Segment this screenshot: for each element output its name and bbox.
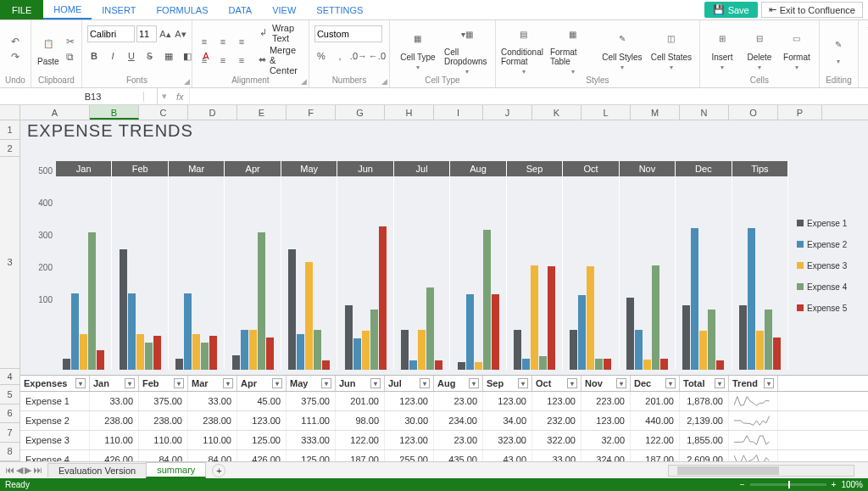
insert-cells-button[interactable]: ⊞Insert▾ [705,27,739,71]
cell[interactable]: 123.00 [237,411,287,430]
cell[interactable]: 84.00 [188,450,237,461]
col-header-F[interactable]: F [287,105,336,120]
cell[interactable]: 34.00 [483,411,532,430]
format-cells-button[interactable]: ▭Format▾ [780,27,814,71]
border-button[interactable]: ▦ [162,49,175,63]
cell[interactable]: 110.00 [139,431,188,449]
zoom-in-icon[interactable]: + [832,480,837,489]
col-header-K[interactable]: K [532,105,581,120]
filter-icon[interactable]: ▾ [272,378,282,388]
cell[interactable]: 322.00 [532,431,581,449]
col-header-B[interactable]: B [90,105,139,120]
filter-icon[interactable]: ▾ [174,378,184,388]
cell[interactable]: 23.00 [434,392,483,410]
align-right-icon[interactable]: ≡ [235,53,248,67]
cell[interactable]: 426.00 [237,450,287,461]
row-header-6[interactable]: 6 [0,405,19,423]
collapse-ribbon-icon[interactable]: ⌃ [859,20,868,87]
col-header-D[interactable]: D [188,105,237,120]
row-header-3[interactable]: 3 [0,157,19,369]
fx-icon[interactable]: fx [171,92,189,102]
cell[interactable]: 238.00 [139,411,188,430]
strike-button[interactable]: S̶ [143,49,157,63]
cell[interactable]: 123.00 [532,392,581,410]
bold-button[interactable]: B [87,49,101,63]
table-header-cell[interactable]: Expenses▾ [20,376,90,391]
cell[interactable]: 123.00 [385,392,434,410]
col-header-L[interactable]: L [581,105,631,120]
cell[interactable]: 187.00 [336,450,385,461]
filter-icon[interactable]: ▾ [370,378,381,388]
col-header-E[interactable]: E [237,105,287,120]
copy-icon[interactable]: ⧉ [64,50,77,64]
cell[interactable]: 33.00 [532,450,581,461]
zoom-out-icon[interactable]: − [740,480,745,489]
tab-view[interactable]: VIEW [262,0,306,20]
percent-button[interactable]: % [314,49,328,63]
filter-icon[interactable]: ▾ [469,378,479,388]
sheet-nav-last-icon[interactable]: ⏭ [33,465,42,476]
cell[interactable]: 32.00 [581,431,631,449]
cell[interactable]: 84.00 [139,450,188,461]
col-header-O[interactable]: O [729,105,778,120]
sheet-nav-first-icon[interactable]: ⏮ [5,465,14,476]
cell[interactable]: 123.00 [581,411,631,430]
align-center-icon[interactable]: ≡ [216,53,230,67]
table-header-cell[interactable]: Mar▾ [188,376,237,391]
font-size-select[interactable] [136,25,157,42]
sheet-nav-prev-icon[interactable]: ◀ [16,465,23,476]
format-table-button[interactable]: ▦Format Table▾ [550,22,596,75]
row-header-2[interactable]: 2 [0,140,19,157]
zoom-level[interactable]: 100% [841,480,863,489]
col-header-A[interactable]: A [20,105,90,120]
cell[interactable]: 426.00 [90,450,139,461]
col-header-N[interactable]: N [680,105,729,120]
filter-icon[interactable]: ▾ [764,378,774,388]
cell[interactable]: 375.00 [287,392,336,410]
filter-icon[interactable]: ▾ [665,378,676,388]
sheet-tab-eval[interactable]: Evaluation Version [47,463,147,477]
col-header-I[interactable]: I [434,105,483,120]
row-header-1[interactable]: 1 [0,120,19,140]
filter-icon[interactable]: ▾ [223,378,233,388]
merge-center-button[interactable]: ⬌ Merge & Center [259,45,303,75]
cell[interactable]: 23.00 [434,431,483,449]
cell[interactable]: 201.00 [631,392,680,410]
cell-styles-button[interactable]: ✎Cell Styles▾ [599,27,645,71]
conditional-format-button[interactable]: ▤Conditional Format▾ [501,22,547,75]
align-bottom-icon[interactable]: ≡ [235,35,248,48]
cell[interactable]: 324.00 [581,450,631,461]
cell[interactable]: 2,139.00 [680,411,729,430]
name-box[interactable]: B13 [42,92,144,102]
cell[interactable]: 238.00 [90,411,139,430]
filter-icon[interactable]: ▾ [567,378,577,388]
table-header-cell[interactable]: Nov▾ [581,376,631,391]
file-menu[interactable]: FILE [0,0,43,20]
filter-icon[interactable]: ▾ [715,378,725,388]
comma-button[interactable]: , [333,49,347,63]
col-header-J[interactable]: J [483,105,532,120]
select-all-cell[interactable] [0,105,20,120]
cell[interactable]: 30.00 [385,411,434,430]
font-shrink-icon[interactable]: A▾ [174,27,187,41]
cell[interactable]: 43.00 [483,450,532,461]
filter-icon[interactable]: ▾ [321,378,331,388]
cell-dropdowns-button[interactable]: ▾▦Cell Dropdowns▾ [444,22,490,75]
font-grow-icon[interactable]: A▴ [159,27,172,41]
row-header-7[interactable]: 7 [0,423,19,442]
cell[interactable]: 110.00 [90,431,139,449]
cell[interactable]: 123.00 [483,392,532,410]
filter-icon[interactable]: ▾ [616,378,626,388]
table-header-cell[interactable]: Jul▾ [385,376,434,391]
cell[interactable]: 223.00 [581,392,631,410]
row-header-8[interactable]: 8 [0,443,19,461]
table-header-cell[interactable]: Total▾ [680,376,729,391]
cell[interactable]: 440.00 [631,411,680,430]
tab-settings[interactable]: SETTINGS [306,0,373,20]
cell[interactable]: 123.00 [385,431,434,449]
col-header-H[interactable]: H [385,105,434,120]
tab-home[interactable]: HOME [43,0,92,20]
cell[interactable]: 111.00 [287,411,336,430]
col-header-C[interactable]: C [139,105,188,120]
table-header-cell[interactable]: Apr▾ [237,376,287,391]
